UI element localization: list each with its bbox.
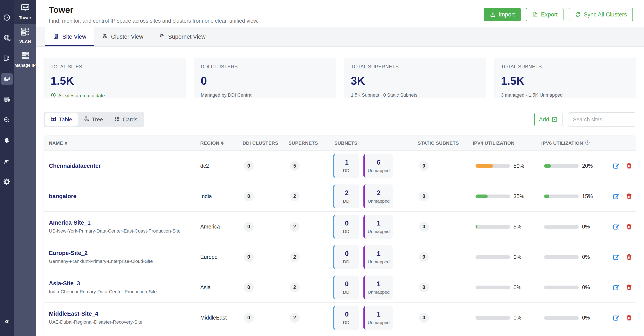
view-toggle-tree[interactable]: Tree bbox=[78, 113, 109, 126]
alerts-bell-icon[interactable] bbox=[2, 136, 11, 145]
site-name-cell: Europe-Site_2Germany-Frankfurt-Primary-E… bbox=[44, 250, 200, 264]
import-icon bbox=[490, 11, 496, 18]
sidebar-item-manage-ip[interactable]: Manage IP bbox=[14, 48, 36, 71]
column-label: SUPERNETS bbox=[288, 140, 318, 146]
settings-gear-icon[interactable] bbox=[2, 177, 11, 186]
edit-site-icon[interactable] bbox=[612, 162, 620, 170]
table-row: bangaloreIndia022DDI2Unmapped035%15% bbox=[44, 181, 636, 211]
ipv4-percent-label: 0% bbox=[514, 254, 521, 260]
tab-supernet-view[interactable]: Supernet View bbox=[151, 27, 213, 46]
subnets-ddi-box: 0DDI bbox=[333, 306, 359, 330]
collapse-sidebar-button[interactable]: « bbox=[5, 317, 9, 326]
import-button[interactable]: Import bbox=[484, 8, 521, 21]
edit-site-icon[interactable] bbox=[612, 283, 620, 291]
stat-note-text: All sites are up to date bbox=[58, 93, 105, 99]
tab-cluster-view[interactable]: Cluster View bbox=[94, 27, 151, 46]
tower-icon bbox=[20, 3, 30, 14]
delete-site-icon[interactable] bbox=[625, 162, 633, 170]
view-toggle-group: TableTreeCards bbox=[44, 112, 144, 127]
search-sites-input[interactable] bbox=[568, 112, 636, 127]
edit-site-icon[interactable] bbox=[612, 223, 620, 231]
stat-note-text: 1.5K Subnets · 0 Static Subnets bbox=[351, 92, 418, 98]
column-header-region[interactable]: REGION bbox=[200, 140, 240, 146]
page-header: Tower Find, monitor, and control IP spac… bbox=[36, 0, 644, 27]
info-icon[interactable]: ? bbox=[585, 140, 590, 147]
tab-site-view[interactable]: Site View bbox=[45, 27, 94, 46]
site-name-link[interactable]: Asia-Site_3 bbox=[49, 280, 80, 287]
dashboard-icon[interactable] bbox=[2, 13, 11, 22]
app-window: DNS« TowerVLANManage IP Tower Find, moni… bbox=[0, 0, 644, 336]
supernets-badge: 2 bbox=[290, 313, 300, 323]
sync-all-clusters-button[interactable]: Sync All Clusters bbox=[568, 8, 633, 21]
static-subnets-cell: 0 bbox=[415, 282, 473, 292]
site-name-link[interactable]: Chennaidatacenter bbox=[49, 163, 101, 169]
sidebar-item-label: Manage IP bbox=[14, 63, 36, 68]
delete-site-icon[interactable] bbox=[625, 283, 633, 291]
manage-ip-icon bbox=[20, 51, 30, 61]
static-subnets-cell: 0 bbox=[415, 191, 473, 201]
ddi-clusters-cell: 0 bbox=[240, 222, 286, 232]
view-toggle-table[interactable]: Table bbox=[45, 113, 78, 126]
ddi-clusters-badge: 0 bbox=[244, 252, 254, 262]
sidebar-item-tower[interactable]: Tower bbox=[14, 0, 36, 24]
ipv6-percent-label: 0% bbox=[582, 224, 590, 230]
audit-search-icon[interactable] bbox=[2, 116, 11, 124]
ipv4-utilization-cell: 0% bbox=[473, 284, 541, 290]
table-body: Chennaidatacenterdc2051DDI6Unmapped050%2… bbox=[44, 151, 636, 333]
site-name-link[interactable]: America-Site_1 bbox=[49, 219, 90, 226]
edit-site-icon[interactable] bbox=[612, 253, 620, 261]
site-name-link[interactable]: MiddleEast-Site_4 bbox=[49, 310, 98, 317]
site-name-cell: America-Site_1US-New-York-Primary-Data-C… bbox=[44, 219, 200, 234]
site-name-link[interactable]: bangalore bbox=[49, 193, 76, 199]
server-security-icon[interactable] bbox=[2, 95, 11, 104]
add-caret-icon bbox=[551, 116, 558, 123]
site-view-icon bbox=[53, 33, 59, 41]
sidebar-item-vlan[interactable]: VLAN bbox=[14, 24, 36, 48]
dns-icon[interactable]: DNS bbox=[2, 34, 11, 42]
dhcp-icon[interactable] bbox=[2, 54, 11, 63]
export-button[interactable]: x Export bbox=[526, 8, 564, 21]
column-header-name[interactable]: NAME bbox=[44, 140, 200, 146]
region-cell: dc2 bbox=[200, 163, 240, 169]
sort-icon[interactable] bbox=[65, 141, 67, 145]
subnets-ddi-box: 0DDI bbox=[333, 215, 359, 239]
header-actions: Import x Export Sync All Clusters bbox=[484, 8, 633, 21]
stat-value: 1.5K bbox=[50, 74, 179, 87]
sort-icon[interactable] bbox=[221, 141, 224, 145]
stat-note: 1.5K Subnets · 0 Static Subnets bbox=[351, 92, 479, 98]
ipv6-utilization-cell: 0% bbox=[541, 254, 610, 260]
delete-site-icon[interactable] bbox=[625, 192, 633, 200]
sync-button-label: Sync All Clusters bbox=[584, 11, 627, 18]
row-actions bbox=[610, 314, 636, 322]
subnets-cell: 1DDI6Unmapped bbox=[332, 154, 415, 178]
site-name-cell: MiddleEast-Site_4UAE-Dubai-Regional-Disa… bbox=[44, 310, 200, 325]
stat-note-text: 3 managed · 1.5K Unmapped bbox=[501, 92, 563, 98]
ipv6-percent-label: 0% bbox=[582, 284, 590, 290]
sidebar-secondary: TowerVLANManage IP bbox=[14, 0, 36, 336]
site-name-link[interactable]: Europe-Site_2 bbox=[49, 250, 88, 256]
sites-table: NAMEREGIONDDI CLUSTERSSUPERNETSSUBNETSST… bbox=[44, 136, 636, 333]
delete-site-icon[interactable] bbox=[625, 223, 633, 231]
ipam-pie-icon[interactable] bbox=[1, 73, 13, 85]
subnets-ddi-box: 1DDI bbox=[333, 154, 359, 178]
subnets-cell: 0DDI1Unmapped bbox=[332, 215, 415, 239]
region-cell: Asia bbox=[200, 284, 240, 290]
subnets-unmapped-count: 1 bbox=[377, 280, 380, 288]
subnets-ddi-count: 0 bbox=[345, 219, 348, 227]
supernets-cell: 2 bbox=[286, 313, 332, 323]
edit-site-icon[interactable] bbox=[612, 192, 620, 200]
ipv6-progress-bar bbox=[544, 285, 579, 289]
cards-icon bbox=[114, 116, 120, 123]
view-toggle-cards[interactable]: Cards bbox=[109, 113, 143, 126]
add-site-button[interactable]: Add bbox=[534, 113, 562, 126]
edit-site-icon[interactable] bbox=[612, 314, 620, 322]
column-label: IPV4 UTILIZATION bbox=[473, 140, 514, 146]
ipv6-utilization-cell: 0% bbox=[541, 284, 610, 290]
subnets-cell: 0DDI1Unmapped bbox=[332, 275, 415, 299]
row-actions bbox=[610, 162, 636, 170]
region-cell: India bbox=[200, 193, 240, 199]
supernets-badge: 2 bbox=[290, 282, 300, 292]
delete-site-icon[interactable] bbox=[625, 314, 633, 322]
delete-site-icon[interactable] bbox=[625, 253, 633, 261]
connector-plug-icon[interactable] bbox=[2, 157, 11, 165]
